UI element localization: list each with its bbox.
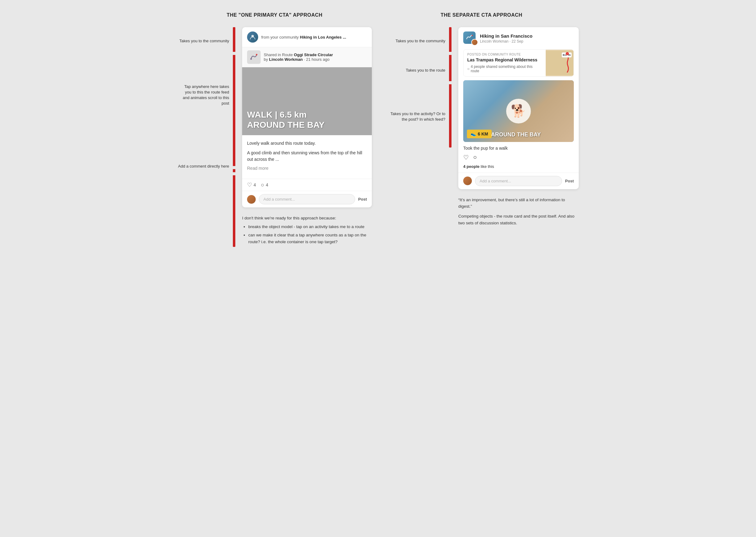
left-card-area: from your community Hiking in Los Angele… (242, 27, 372, 247)
left-note-intro: I don't think we're ready for this appro… (242, 215, 372, 222)
comment-input-right[interactable]: Add a comment... (475, 176, 562, 186)
activity-icons: ♡ ○ (463, 154, 574, 161)
left-card-body: Lovely walk around this route today. A g… (242, 135, 372, 179)
left-comment-row: Add a comment... Post (242, 191, 372, 207)
route-mini-card[interactable]: POSTED ON COMMUNITY ROUTE Las Trampas Re… (463, 49, 574, 76)
left-note: I don't think we're ready for this appro… (242, 215, 372, 245)
commenter-avatar-right (463, 177, 472, 185)
card-desc2: A good climb and then stunning views fro… (247, 150, 367, 163)
left-column: Takes you to the community Tap anywhere … (177, 27, 372, 247)
svg-point-2 (256, 54, 257, 56)
route-map-thumb: 617 m ! (546, 50, 573, 76)
comment-icon-left[interactable]: ○ (261, 182, 264, 188)
right-card: Hiking in San Francisco Lincoln Workman … (458, 27, 579, 189)
post-button-right[interactable]: Post (565, 179, 574, 183)
read-more-left[interactable]: Read more (247, 166, 367, 171)
right-card-area: Hiking in San Francisco Lincoln Workman … (458, 27, 579, 229)
left-note-item-2: can we make it clear that a tap anywhere… (248, 232, 372, 245)
commenter-avatar-left (247, 195, 256, 204)
right-annotation-block: Takes you to the community Takes you to … (384, 27, 579, 229)
right-card-meta: Lincoln Workman · 22 Sep (480, 39, 523, 44)
heart-icon-left[interactable]: ♡ (247, 182, 252, 188)
left-bar-col (233, 27, 236, 247)
route-icon (247, 50, 261, 64)
heart-icon-right[interactable]: ♡ (463, 154, 469, 161)
left-card-actions: ♡ 4 ○ 4 (242, 179, 372, 191)
walk-label: WALK | 6.5 km (247, 109, 325, 120)
svg-point-1 (250, 58, 252, 60)
likes-text-right: 4 people like this (463, 164, 574, 169)
right-column: Takes you to the community Takes you to … (384, 27, 579, 247)
right-note-competing: Competing objects - the route card and t… (458, 213, 579, 226)
left-labels-col: Takes you to the community Tap anywhere … (177, 27, 233, 247)
left-note-list: breaks the object model - tap on an acti… (248, 224, 372, 245)
route-mini-card-info: POSTED ON COMMUNITY ROUTE Las Trampas Re… (464, 50, 546, 76)
route-name-right: Las Trampas Regional Wilderness (467, 58, 542, 62)
right-section-title: THE SEPARATE CTA APPROACH (441, 12, 522, 18)
svg-text:!: ! (567, 53, 568, 55)
page-wrapper: THE "ONE PRIMARY CTA" APPROACH THE SEPAR… (177, 12, 579, 247)
shared-route-info: Shared in Route Oggi Strade Circular by … (264, 53, 333, 62)
right-bar-col (449, 27, 452, 229)
post-button-left[interactable]: Post (358, 197, 367, 201)
annotation-add-comment-left: Add a comment directly here (178, 164, 229, 169)
annotation-activity-right: Takes you to the activity? Or to the pos… (384, 111, 445, 122)
annotation-tap-anywhere: Tap anywhere here takes you to this the … (177, 84, 229, 106)
community-label-left: from your community Hiking in Los Angele… (261, 35, 346, 39)
community-info-left: from your community Hiking in Los Angele… (261, 35, 346, 39)
annotation-community-right: Takes you to the community (396, 38, 445, 44)
shoe-icon: 👟 (471, 132, 476, 137)
annotation-community-left: Takes you to the community (179, 38, 229, 44)
annotation-route-right: Takes you to the route (406, 67, 445, 73)
svg-point-3 (471, 35, 473, 36)
right-note-quote: “It’s an improvement, but there’s still … (458, 197, 579, 210)
right-red-bar (449, 27, 452, 147)
right-note: “It’s an improvement, but there’s still … (458, 197, 579, 226)
comment-icon-right[interactable]: ○ (473, 154, 477, 161)
comment-input-left[interactable]: Add a comment... (259, 194, 355, 204)
right-avatar-stack (463, 31, 477, 45)
right-avatar-overlay (471, 39, 478, 46)
left-card-image: WALK | 6.5 km AROUND THE BAY (242, 67, 372, 135)
shared-route-bar[interactable]: Shared in Route Oggi Strade Circular by … (242, 47, 372, 67)
distance-badge: 👟 6 KM (467, 130, 492, 138)
chat-icon: ○ (467, 67, 469, 71)
activity-title-overlay: AROUND THE BAY (491, 132, 541, 138)
left-card[interactable]: from your community Hiking in Los Angele… (242, 27, 372, 207)
posted-on-label: POSTED ON COMMUNITY ROUTE (467, 53, 542, 56)
route-discussion: ○ 4 people shared something about this r… (467, 64, 542, 73)
walk-subtitle: AROUND THE BAY (247, 120, 325, 130)
activity-body: Took the pup for a walk ♡ ○ 4 people lik… (458, 146, 579, 173)
left-note-item-1: breaks the object model - tap on an acti… (248, 224, 372, 230)
activity-image-right[interactable]: 🐕 👟 6 KM AROUND THE BAY (463, 80, 574, 142)
left-red-bar (233, 27, 235, 247)
card-desc1: Lovely walk around this route today. (247, 140, 367, 146)
right-card-header-info: Hiking in San Francisco Lincoln Workman … (480, 33, 532, 44)
right-card-title: Hiking in San Francisco (480, 33, 532, 39)
like-action-left[interactable]: ♡ 4 (247, 182, 256, 188)
left-card-header[interactable]: from your community Hiking in Los Angele… (242, 27, 372, 47)
left-annotation-block: Takes you to the community Tap anywhere … (177, 27, 372, 247)
right-comment-row: Add a comment... Post (458, 173, 579, 189)
right-labels-col: Takes you to the community Takes you to … (384, 27, 449, 229)
community-avatar-left (247, 31, 258, 43)
left-section-title: THE "ONE PRIMARY CTA" APPROACH (227, 12, 322, 18)
comment-action-left[interactable]: ○ 4 (261, 182, 268, 188)
main-columns: Takes you to the community Tap anywhere … (177, 27, 579, 247)
right-card-header[interactable]: Hiking in San Francisco Lincoln Workman … (458, 27, 579, 49)
activity-desc: Took the pup for a walk (463, 146, 574, 150)
